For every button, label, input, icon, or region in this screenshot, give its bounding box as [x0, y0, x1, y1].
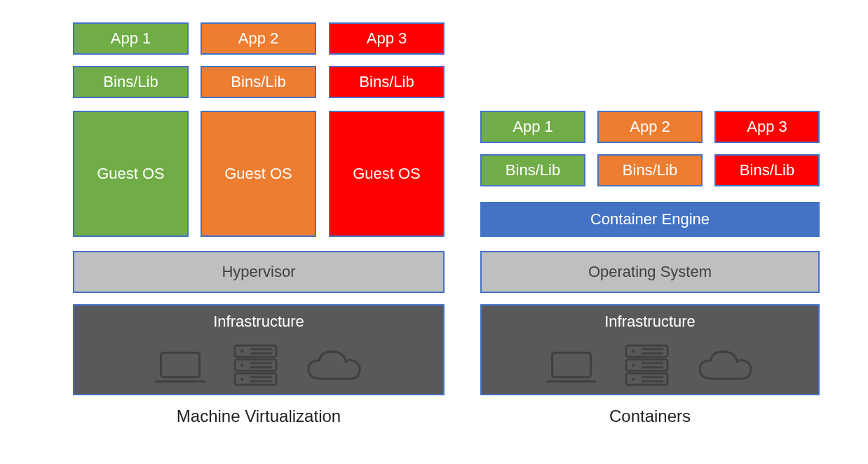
- server-icon: [621, 343, 673, 387]
- ct-infrastructure-label: Infrastructure: [484, 313, 815, 331]
- vm-guest-1: Guest OS: [73, 111, 189, 237]
- ct-container-engine: Container Engine: [480, 202, 820, 237]
- laptop-icon: [543, 348, 599, 387]
- svg-point-6: [240, 364, 243, 367]
- vm-infrastructure: Infrastructure: [73, 304, 445, 395]
- svg-point-20: [632, 364, 635, 367]
- ct-bins-1: Bins/Lib: [480, 154, 585, 186]
- svg-point-19: [632, 350, 635, 353]
- vm-bins-1: Bins/Lib: [73, 66, 189, 98]
- vm-caption: Machine Virtualization: [73, 407, 445, 426]
- vm-app-2: App 2: [201, 22, 316, 55]
- svg-rect-14: [552, 353, 590, 377]
- cloud-icon: [303, 348, 366, 387]
- ct-app-2: App 2: [597, 111, 703, 143]
- vm-guest-3: Guest OS: [329, 111, 445, 237]
- svg-point-5: [240, 350, 243, 353]
- svg-point-7: [240, 378, 243, 381]
- ct-infrastructure: Infrastructure: [480, 304, 820, 395]
- ct-app-3: App 3: [714, 111, 820, 143]
- vm-bins-3: Bins/Lib: [329, 66, 445, 98]
- ct-bins-3: Bins/Lib: [714, 154, 820, 186]
- server-icon: [229, 343, 282, 387]
- vm-guest-2: Guest OS: [201, 111, 316, 237]
- vm-app-3: App 3: [329, 22, 445, 55]
- svg-point-21: [632, 378, 635, 381]
- ct-bins-2: Bins/Lib: [597, 154, 703, 186]
- ct-operating-system: Operating System: [480, 251, 820, 293]
- laptop-icon: [152, 348, 208, 387]
- svg-rect-0: [161, 353, 199, 377]
- vm-infrastructure-label: Infrastructure: [77, 313, 440, 331]
- vm-hypervisor: Hypervisor: [73, 251, 445, 293]
- ct-app-1: App 1: [480, 111, 585, 143]
- cloud-icon: [694, 348, 757, 387]
- vm-bins-2: Bins/Lib: [201, 66, 316, 98]
- ct-caption: Containers: [480, 407, 820, 426]
- diagram-canvas: App 1 App 2 App 3 Bins/Lib Bins/Lib Bins…: [0, 0, 868, 464]
- vm-app-1: App 1: [73, 22, 189, 55]
